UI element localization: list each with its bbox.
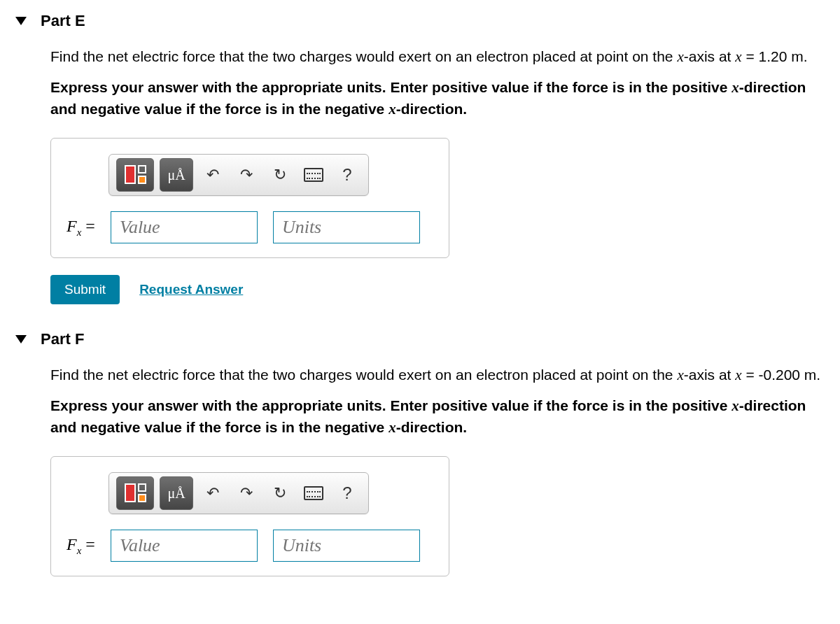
undo-button[interactable]: ↶: [199, 164, 227, 186]
instruction-text: Express your answer with the appropriate…: [50, 77, 832, 120]
answer-row: Fx =: [66, 530, 433, 562]
help-icon: ?: [342, 165, 351, 184]
value-input[interactable]: [111, 211, 258, 243]
reset-icon: ↻: [274, 166, 286, 183]
question-text: Find the net electric force that the two…: [50, 46, 832, 67]
instr-v1: x: [732, 397, 739, 414]
label-eq: =: [81, 535, 95, 553]
part-header[interactable]: Part E: [0, 0, 840, 46]
templates-button[interactable]: [116, 158, 154, 192]
special-units-button[interactable]: μÅ: [160, 158, 193, 192]
reset-button[interactable]: ↻: [266, 483, 294, 504]
instr-p3: -direction.: [396, 419, 468, 435]
question-var: x: [677, 367, 683, 383]
question-text: Find the net electric force that the two…: [50, 364, 832, 385]
templates-button[interactable]: [116, 476, 154, 510]
request-answer-link[interactable]: Request Answer: [139, 281, 243, 299]
keyboard-icon: [304, 486, 323, 500]
instr-v1: x: [732, 79, 739, 96]
answer-row: Fx =: [66, 211, 433, 243]
instruction-text: Express your answer with the appropriate…: [50, 395, 832, 438]
part-e-block: Part E Find the net electric force that …: [0, 0, 840, 318]
keyboard-button[interactable]: [300, 483, 328, 504]
value-input[interactable]: [111, 530, 258, 562]
chevron-down-icon: [15, 17, 27, 25]
variable-label: Fx =: [66, 533, 95, 558]
label-F: F: [66, 535, 77, 553]
label-F: F: [66, 217, 77, 235]
help-icon: ?: [342, 483, 351, 502]
reset-icon: ↻: [274, 484, 286, 502]
answer-box: μÅ ↶ ↷ ↻ ? Fx =: [50, 456, 449, 576]
instr-v2: x: [388, 419, 396, 436]
redo-icon: ↷: [240, 484, 253, 502]
undo-icon: ↶: [206, 484, 219, 502]
question-pre: Find the net electric force that the two…: [50, 367, 677, 383]
question-var: x: [677, 48, 683, 65]
special-units-icon: μÅ: [167, 165, 185, 185]
redo-icon: ↷: [240, 166, 253, 183]
instr-p1: Express your answer with the appropriate…: [50, 79, 732, 95]
submit-button[interactable]: Submit: [50, 275, 120, 304]
templates-icon: [125, 483, 146, 502]
question-eq-lhs: x: [735, 367, 741, 383]
keyboard-button[interactable]: [300, 164, 328, 186]
question-pre: Find the net electric force that the two…: [50, 48, 677, 64]
actions-row: Submit Request Answer: [50, 275, 832, 304]
question-eq-rhs: = 1.20 m.: [742, 48, 808, 64]
instr-p3: -direction.: [396, 101, 468, 117]
part-title: Part F: [41, 329, 84, 350]
part-title: Part E: [41, 10, 85, 32]
units-input[interactable]: [273, 211, 420, 243]
answer-toolbar: μÅ ↶ ↷ ↻ ?: [108, 154, 369, 196]
undo-icon: ↶: [206, 166, 219, 183]
answer-toolbar: μÅ ↶ ↷ ↻ ?: [108, 472, 369, 514]
question-mid: -axis at: [684, 48, 736, 64]
instr-v2: x: [388, 101, 396, 118]
part-body: Find the net electric force that the two…: [0, 46, 840, 304]
question-eq-rhs: = -0.200 m.: [742, 367, 821, 383]
templates-icon: [125, 165, 146, 184]
answer-box: μÅ ↶ ↷ ↻ ? Fx =: [50, 138, 449, 258]
instr-p1: Express your answer with the appropriate…: [50, 397, 732, 413]
question-eq-lhs: x: [735, 48, 741, 65]
special-units-button[interactable]: μÅ: [160, 476, 193, 510]
chevron-down-icon: [15, 335, 27, 343]
undo-button[interactable]: ↶: [199, 483, 227, 504]
reset-button[interactable]: ↻: [266, 164, 294, 186]
help-button[interactable]: ?: [333, 163, 361, 187]
part-header[interactable]: Part F: [0, 318, 840, 364]
special-units-icon: μÅ: [167, 483, 185, 503]
part-f-block: Part F Find the net electric force that …: [0, 318, 840, 590]
question-mid: -axis at: [684, 367, 736, 383]
help-button[interactable]: ?: [333, 481, 361, 505]
variable-label: Fx =: [66, 215, 95, 240]
label-eq: =: [81, 217, 95, 235]
keyboard-icon: [304, 168, 323, 182]
units-input[interactable]: [273, 530, 420, 562]
redo-button[interactable]: ↷: [232, 164, 260, 186]
redo-button[interactable]: ↷: [232, 483, 260, 504]
part-body: Find the net electric force that the two…: [0, 364, 840, 576]
